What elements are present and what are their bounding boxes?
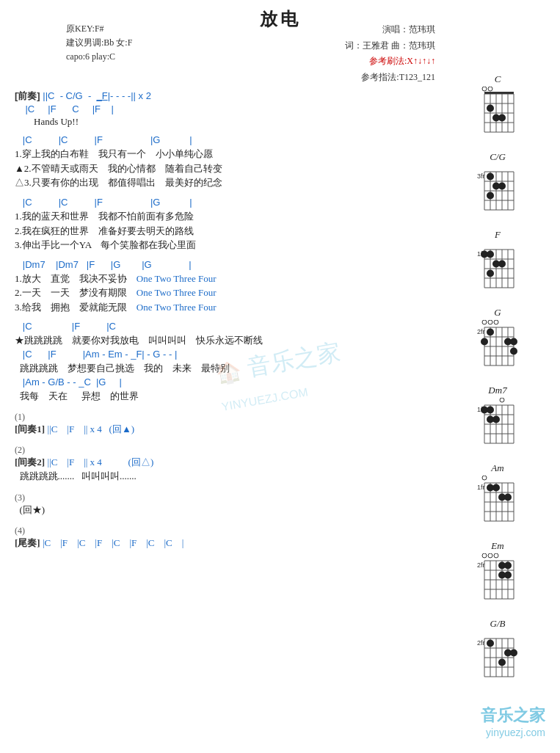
chord-diagram-am: Am [443, 462, 553, 530]
content-line: |C |F |C [15, 320, 435, 333]
content-line: (回★) [15, 503, 435, 517]
chord-diagram-gb: G/B [443, 618, 553, 685]
chord-name: C [443, 73, 553, 85]
chord-name: G/B [443, 618, 553, 630]
content-line: 1.穿上我的白布鞋 我只有一个 小小单纯心愿▲2.不管晴天或雨天 我的心情都 随… [15, 147, 435, 190]
meta-lyricist: 词：王雅君 曲：范玮琪 [345, 38, 435, 54]
content-line: 1.我的蓝天和世界 我都不怕前面有多危险2.我在疯狂的世界 准备好要去明天的路线… [15, 209, 435, 252]
chord-name: Am [443, 462, 553, 474]
content-line [15, 190, 435, 196]
content-line: |C |C |F |G | [15, 196, 435, 209]
meta-suggest: 建议男调:Bb 女:F [66, 36, 132, 50]
content-line: Hands Up!! [15, 116, 435, 128]
content-line [15, 128, 435, 134]
content-line: [前奏] ||C - C/G - _F|- - - -|| x 2 [15, 90, 435, 103]
content-line [15, 517, 435, 523]
content-line: |C |C |F |G | [15, 134, 435, 147]
watermark2-line2: yinyuezj.com [481, 727, 545, 738]
meta-left: 原KEY:F# 建议男调:Bb 女:F capo:6 play:C [66, 22, 132, 65]
page: 放电 原KEY:F# 建议男调:Bb 女:F capo:6 play:C 演唱：… [0, 0, 560, 753]
meta-right: 演唱：范玮琪 词：王雅君 曲：范玮琪 参考刷法:X↑↓↑↓↑ 参考指法:T123… [345, 22, 435, 85]
chord-diagrams: CC/GFGDm7AmEmG/B [443, 73, 553, 696]
content-line: (3) [15, 492, 435, 503]
content-line: ★跳跳跳跳 就要你对我放电 叫叫叫叫 快乐永远不断线 [15, 333, 435, 348]
content-line: [间奏1] ||C |F || x 4 (回▲) [15, 423, 435, 436]
watermark2-line1: 音乐之家 [481, 705, 545, 727]
chord-diagram-c: C [443, 73, 553, 141]
chord-diagram-dm7: Dm7 [443, 385, 553, 452]
chord-name: F [443, 229, 553, 241]
meta-singer: 演唱：范玮琪 [345, 22, 435, 38]
content-line [15, 436, 435, 442]
chord-diagram-cg: C/G [443, 151, 553, 219]
content-line: [尾奏] |C |F |C |F |C |F |C |C | [15, 536, 435, 550]
content-line: (1) [15, 412, 435, 423]
content-line: |Am - G/B - - _C |G | [15, 376, 435, 389]
content-line: (2) [15, 445, 435, 456]
meta-finger: 参考指法:T123_121 [345, 70, 435, 86]
content-line: 跳跳跳跳....... 叫叫叫叫....... [15, 469, 435, 484]
content-line [15, 252, 435, 258]
chord-diagram-f: F [443, 229, 553, 297]
chord-name: Em [443, 540, 553, 552]
content-line: 1.放大 直觉 我决不妥协 One Two Three Four2.一天 一天 … [15, 272, 435, 315]
content-line: |C |F C |F | [15, 103, 435, 116]
content-line: |C |F |Am - Em - _F| - G - - | [15, 348, 435, 361]
chord-diagram-g: G [443, 307, 553, 374]
watermark2: 音乐之家 yinyuezj.com [481, 705, 545, 738]
content-line: [间奏2] ||C |F || x 4 (回△) [15, 456, 435, 469]
chord-diagram-em: Em [443, 540, 553, 608]
meta-capo: capo:6 play:C [66, 50, 132, 64]
chord-name: C/G [443, 151, 553, 163]
content-line [15, 484, 435, 490]
content-line: (4) [15, 525, 435, 536]
chord-name: Dm7 [443, 385, 553, 396]
song-content: [前奏] ||C - C/G - _F|- - - -|| x 2 |C |F … [15, 90, 435, 550]
content-line: 跳跳跳跳 梦想要自己挑选 我的 未来 最特别 [15, 361, 435, 376]
content-line: |Dm7 |Dm7 |F |G |G | [15, 258, 435, 272]
content-line [15, 314, 435, 320]
chord-name: G [443, 307, 553, 319]
meta-key: 原KEY:F# [66, 22, 132, 36]
content-line [15, 403, 435, 409]
meta-strum: 参考刷法:X↑↓↑↓↑ [369, 56, 435, 66]
content-line: 我每 天在 异想 的世界 [15, 389, 435, 404]
